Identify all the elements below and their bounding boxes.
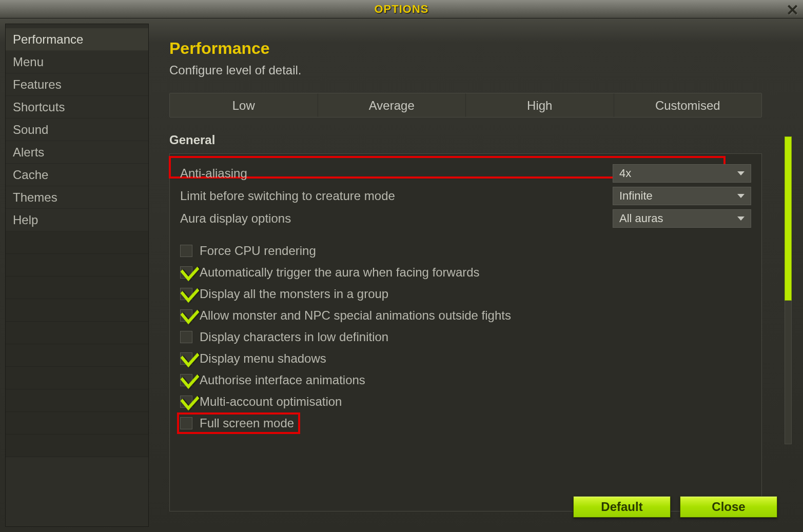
check-label: Automatically trigger the aura when faci… bbox=[200, 265, 480, 280]
sidebar-item-label: Themes bbox=[13, 190, 57, 204]
check-label: Authorise interface animations bbox=[200, 373, 365, 387]
check-label: Force CPU rendering bbox=[200, 244, 316, 258]
close-icon[interactable]: ✕ bbox=[786, 1, 799, 19]
sidebar-item-empty: . bbox=[6, 389, 148, 412]
scrollbar-thumb[interactable] bbox=[785, 136, 792, 301]
sidebar-item-label: Performance bbox=[13, 32, 83, 46]
title-bar: OPTIONS ✕ bbox=[0, 0, 803, 18]
sidebar-item-shortcuts[interactable]: Shortcuts bbox=[6, 96, 148, 119]
sidebar-item-help[interactable]: Help bbox=[6, 209, 148, 231]
preset-tabs: Low Average High Customised bbox=[169, 93, 762, 117]
section-title-general: General bbox=[169, 133, 777, 147]
check-row-npc-anim: Allow monster and NPC special animations… bbox=[180, 305, 751, 326]
sidebar-item-empty: . bbox=[6, 231, 148, 254]
checkbox-low-def[interactable] bbox=[180, 331, 192, 343]
dropdown-aura-display[interactable]: All auras bbox=[613, 209, 751, 228]
preset-tab-low[interactable]: Low bbox=[170, 93, 318, 117]
checkbox-menu-shadows[interactable] bbox=[180, 352, 192, 365]
option-label: Limit before switching to creature mode bbox=[180, 189, 395, 203]
dropdown-value: Infinite bbox=[619, 189, 653, 203]
check-row-auto-aura: Automatically trigger the aura when faci… bbox=[180, 262, 751, 283]
sidebar-item-sound[interactable]: Sound bbox=[6, 119, 148, 141]
page-title: Performance bbox=[169, 39, 777, 58]
footer-buttons: Default Close bbox=[573, 496, 777, 518]
sidebar: Performance Menu Features Shortcuts Soun… bbox=[5, 24, 149, 527]
check-label: Allow monster and NPC special animations… bbox=[200, 308, 511, 323]
window-title: OPTIONS bbox=[374, 3, 428, 16]
sidebar-item-label: Shortcuts bbox=[13, 100, 65, 114]
sidebar-item-performance[interactable]: Performance bbox=[6, 28, 148, 51]
check-row-fullscreen: Full screen mode bbox=[180, 412, 751, 434]
dropdown-value: 4x bbox=[619, 167, 631, 180]
sidebar-item-empty: . bbox=[6, 322, 148, 344]
dropdown-creature-limit[interactable]: Infinite bbox=[613, 187, 751, 205]
sidebar-item-empty: . bbox=[6, 254, 148, 277]
option-row-creature-limit: Limit before switching to creature mode … bbox=[180, 185, 751, 207]
preset-tab-high[interactable]: High bbox=[466, 93, 614, 117]
checkbox-npc-anim[interactable] bbox=[180, 309, 192, 322]
page-subtitle: Configure level of detail. bbox=[169, 63, 777, 77]
check-label: Display all the monsters in a group bbox=[200, 287, 388, 301]
checkbox-auto-aura[interactable] bbox=[180, 266, 192, 279]
check-label: Full screen mode bbox=[200, 416, 294, 430]
sidebar-item-empty: . bbox=[6, 412, 148, 435]
main-panel: Performance Configure level of detail. L… bbox=[149, 24, 798, 527]
default-button[interactable]: Default bbox=[573, 496, 671, 518]
checkbox-multi-account[interactable] bbox=[180, 396, 192, 408]
check-label: Display menu shadows bbox=[200, 351, 326, 366]
sidebar-item-cache[interactable]: Cache bbox=[6, 164, 148, 186]
checkbox-all-monsters[interactable] bbox=[180, 288, 192, 300]
sidebar-item-features[interactable]: Features bbox=[6, 73, 148, 96]
dropdown-antialiasing[interactable]: 4x bbox=[613, 164, 751, 183]
option-label: Anti-aliasing bbox=[180, 166, 247, 181]
sidebar-item-label: Sound bbox=[13, 123, 48, 136]
close-button[interactable]: Close bbox=[680, 496, 777, 518]
sidebar-item-empty: . bbox=[6, 344, 148, 367]
general-section: Anti-aliasing 4x Limit before switching … bbox=[169, 153, 762, 511]
check-row-iface-anim: Authorise interface animations bbox=[180, 369, 751, 391]
sidebar-item-menu[interactable]: Menu bbox=[6, 51, 148, 73]
chevron-down-icon bbox=[737, 216, 745, 221]
preset-tab-customised[interactable]: Customised bbox=[614, 93, 762, 117]
sidebar-item-empty: . bbox=[6, 299, 148, 322]
check-label: Multi-account optimisation bbox=[200, 395, 342, 409]
chevron-down-icon bbox=[737, 194, 745, 198]
sidebar-item-themes[interactable]: Themes bbox=[6, 186, 148, 209]
dropdown-value: All auras bbox=[619, 212, 663, 225]
sidebar-item-empty: . bbox=[6, 367, 148, 389]
window-body: Performance Menu Features Shortcuts Soun… bbox=[0, 18, 803, 532]
option-row-aura-display: Aura display options All auras bbox=[180, 207, 751, 230]
check-row-all-monsters: Display all the monsters in a group bbox=[180, 283, 751, 305]
checkbox-force-cpu[interactable] bbox=[180, 245, 192, 257]
checkbox-fullscreen[interactable] bbox=[180, 417, 192, 429]
check-row-force-cpu: Force CPU rendering bbox=[180, 240, 751, 262]
sidebar-item-label: Help bbox=[13, 213, 38, 227]
chevron-down-icon bbox=[737, 171, 745, 175]
preset-tab-average[interactable]: Average bbox=[318, 93, 466, 117]
sidebar-item-label: Features bbox=[13, 77, 62, 91]
sidebar-item-label: Cache bbox=[13, 168, 48, 182]
checkbox-iface-anim[interactable] bbox=[180, 374, 192, 386]
sidebar-item-empty: . bbox=[6, 435, 148, 457]
sidebar-item-empty: . bbox=[6, 277, 148, 299]
sidebar-item-label: Menu bbox=[13, 55, 44, 69]
options-window: OPTIONS ✕ Performance Menu Features Shor… bbox=[0, 0, 803, 532]
check-row-multi-account: Multi-account optimisation bbox=[180, 391, 751, 412]
sidebar-item-alerts[interactable]: Alerts bbox=[6, 141, 148, 164]
option-label: Aura display options bbox=[180, 211, 291, 226]
check-row-low-def: Display characters in low definition bbox=[180, 326, 751, 348]
check-label: Display characters in low definition bbox=[200, 330, 388, 344]
option-row-antialiasing: Anti-aliasing 4x bbox=[180, 162, 751, 185]
check-row-menu-shadows: Display menu shadows bbox=[180, 348, 751, 369]
sidebar-item-label: Alerts bbox=[13, 145, 44, 159]
